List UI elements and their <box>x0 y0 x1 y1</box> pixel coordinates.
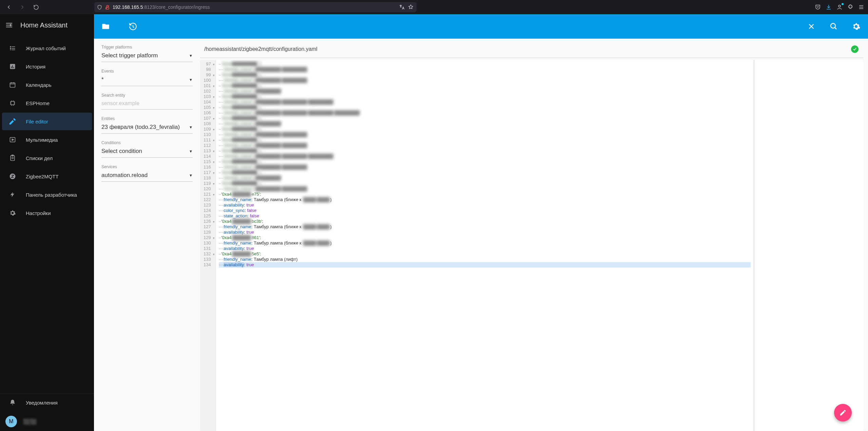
extensions-icon[interactable] <box>847 4 854 11</box>
sidebar-item-esphome[interactable]: ESPHome <box>2 94 92 112</box>
services-label: Services <box>101 164 193 169</box>
file-path-input[interactable] <box>204 46 848 52</box>
search-button[interactable] <box>829 22 838 31</box>
conditions-label: Conditions <box>101 140 193 145</box>
svg-rect-17 <box>12 65 13 68</box>
username: ⬛⬛ <box>23 418 37 425</box>
history-button[interactable] <box>129 22 137 31</box>
svg-rect-19 <box>10 83 15 87</box>
svg-rect-18 <box>14 67 14 68</box>
svg-rect-14 <box>12 50 15 50</box>
calendar-icon <box>9 81 16 89</box>
svg-rect-23 <box>11 101 14 105</box>
trigger-platforms-select[interactable]: Select trigger platform▼ <box>101 50 193 62</box>
svg-rect-12 <box>12 46 15 47</box>
services-select[interactable]: automation.reload▼ <box>101 170 193 182</box>
entities-select[interactable]: 23 февраля (todo.23_fevralia)▼ <box>101 122 193 134</box>
file-editor-toolbar <box>94 14 868 39</box>
sidebar-item-devtools[interactable]: Панель разработчика <box>2 186 92 203</box>
file-path-row <box>200 42 863 58</box>
insecure-lock-icon <box>105 5 110 10</box>
sidebar-item-z2m[interactable]: Zigbee2MQTT <box>2 168 92 185</box>
sidebar-item-history[interactable]: История <box>2 58 92 75</box>
sidebar-item-label: File editor <box>26 119 48 124</box>
chevron-down-icon: ▼ <box>189 78 193 82</box>
settings-icon <box>9 209 16 217</box>
svg-point-40 <box>831 23 835 28</box>
sidebar-item-label: Календарь <box>26 82 52 88</box>
sidebar-item-label: Журнал событий <box>26 45 66 51</box>
sidebar-item-label: Списки дел <box>26 155 53 161</box>
z2m-icon <box>9 173 16 180</box>
close-file-button[interactable] <box>807 22 816 31</box>
svg-rect-10 <box>10 48 11 49</box>
sidebar-item-label: ESPHome <box>26 100 50 106</box>
chevron-down-icon: ▼ <box>189 54 193 58</box>
search-entity-label: Search entity <box>101 93 193 98</box>
sidebar-user[interactable]: М ⬛⬛ <box>0 412 94 431</box>
browser-toolbar: 192.168.165.5:8123/core_configurator/ing… <box>0 0 868 14</box>
shield-icon <box>97 5 102 10</box>
yaml-valid-icon <box>851 45 859 53</box>
sidebar-item-notifications[interactable]: Уведомления <box>2 394 92 411</box>
app-menu-icon[interactable] <box>858 4 865 11</box>
sidebar-item-todo[interactable]: Списки дел <box>2 149 92 167</box>
avatar: М <box>5 416 17 427</box>
save-fab-button[interactable] <box>834 404 852 422</box>
code-editor[interactable]: 97▾9899▾100101▾102103▾104105▾106107▾1081… <box>200 60 863 431</box>
chevron-down-icon: ▼ <box>189 173 193 177</box>
bell-icon <box>9 399 16 406</box>
esphome-icon <box>9 99 16 107</box>
account-icon[interactable] <box>836 4 843 11</box>
search-entity-input[interactable] <box>101 98 193 110</box>
svg-point-2 <box>838 5 841 7</box>
sidebar-item-label: Настройки <box>26 210 51 216</box>
sidebar-collapse-icon[interactable] <box>5 22 13 28</box>
sidebar-item-calendar[interactable]: Календарь <box>2 76 92 94</box>
sidebar-item-logbook[interactable]: Журнал событий <box>2 39 92 57</box>
app-title: Home Assistant <box>20 21 67 29</box>
ha-sidebar: Home Assistant Журнал событийИсторияКале… <box>0 14 94 431</box>
sidebar-item-label: Уведомления <box>26 400 58 406</box>
file-editor-icon <box>9 118 16 125</box>
sidebar-item-settings[interactable]: Настройки <box>2 204 92 222</box>
ha-header: Home Assistant <box>0 14 94 36</box>
browser-right-icons <box>814 4 865 11</box>
pocket-icon[interactable] <box>814 4 821 11</box>
main-pane: Trigger platforms Select trigger platfor… <box>94 14 868 431</box>
svg-rect-11 <box>10 50 11 50</box>
svg-rect-16 <box>11 66 12 68</box>
sidebar-item-file-editor[interactable]: File editor <box>2 113 92 130</box>
sidebar-item-label: История <box>26 64 45 70</box>
chevron-down-icon: ▼ <box>189 125 193 129</box>
svg-line-41 <box>835 27 836 29</box>
url-text: 192.168.165.5:8123/core_configurator/ing… <box>113 4 210 10</box>
sidebar-item-label: Мультимедиа <box>26 137 58 143</box>
translate-icon[interactable] <box>399 4 405 10</box>
sidebar-item-label: Панель разработчика <box>26 192 77 198</box>
folder-browse-button[interactable] <box>101 22 110 31</box>
events-label: Events <box>101 69 193 74</box>
nav-back-button[interactable] <box>3 2 14 13</box>
svg-rect-13 <box>12 48 15 49</box>
trigger-platforms-label: Trigger platforms <box>101 45 193 50</box>
todo-icon <box>9 154 16 162</box>
sidebar-nav: Журнал событийИсторияКалендарьESPHomeFil… <box>0 36 94 393</box>
nav-forward-button[interactable] <box>17 2 28 13</box>
svg-rect-9 <box>10 46 11 47</box>
settings-gear-button[interactable] <box>852 22 861 31</box>
chevron-down-icon: ▼ <box>189 149 193 153</box>
media-icon <box>9 136 16 143</box>
sidebar-item-media[interactable]: Мультимедиа <box>2 131 92 149</box>
helper-panel: Trigger platforms Select trigger platfor… <box>94 39 200 431</box>
bookmark-star-icon[interactable] <box>408 4 414 10</box>
entities-label: Entities <box>101 116 193 121</box>
nav-reload-button[interactable] <box>31 2 41 13</box>
sidebar-item-label: Zigbee2MQTT <box>26 174 59 179</box>
editor-area: 97▾9899▾100101▾102103▾104105▾106107▾1081… <box>200 42 863 431</box>
events-select[interactable]: *▼ <box>101 74 193 86</box>
conditions-select[interactable]: Select condition▼ <box>101 146 193 158</box>
logbook-icon <box>9 44 16 52</box>
downloads-icon[interactable] <box>825 4 832 11</box>
url-bar[interactable]: 192.168.165.5:8123/core_configurator/ing… <box>94 2 417 12</box>
